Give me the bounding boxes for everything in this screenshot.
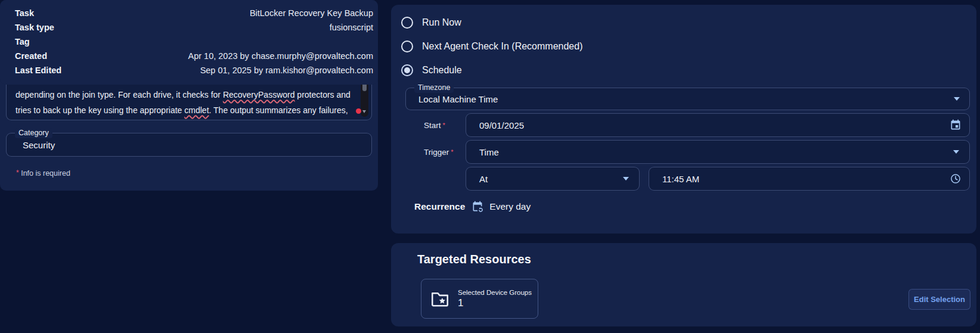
task-info-row-task: TaskBitLocker Recovery Key Backup — [15, 6, 373, 20]
timezone-value[interactable]: Local Machine Time — [418, 88, 498, 110]
task-info-value: BitLocker Recovery Key Backup — [250, 6, 373, 20]
task-info-label: Tag — [15, 35, 30, 49]
task-info-row-task-type: Task typefusionscript — [15, 20, 373, 35]
misspelled-word: RecoveryPassword — [223, 90, 295, 99]
schedule-option-next-agent-check-in-recommended[interactable]: Next Agent Check In (Recommended) — [401, 39, 582, 54]
required-info-note: * Info is required — [14, 169, 70, 178]
targeted-resources-title: Targeted Resources — [417, 253, 531, 266]
start-date-value[interactable]: 09/01/2025 — [479, 114, 524, 136]
schedule-option-run-now[interactable]: Run Now — [401, 15, 582, 30]
spellcheck-error-dot — [356, 108, 361, 114]
start-label: Start* — [424, 113, 463, 137]
schedule-options: Run NowNext Agent Check In (Recommended)… — [401, 15, 582, 87]
folder-star-icon — [429, 288, 451, 310]
task-info-row-created: CreatedApr 10, 2023 by chase.murphy@prov… — [15, 49, 373, 63]
device-groups-count: 1 — [458, 297, 532, 309]
schedule-option-label: Run Now — [422, 17, 461, 28]
task-info-label: Last Edited — [15, 63, 61, 77]
chevron-down-icon[interactable] — [953, 150, 959, 154]
task-info-value: Apr 10, 2023 by chase.murphy@provaltech.… — [188, 49, 373, 63]
scheduler-page: Name* BitLocker Recovery Key Backup Desc… — [0, 0, 980, 333]
time-input[interactable]: 11:45 AM — [649, 167, 970, 191]
radio-icon[interactable] — [401, 41, 413, 52]
recurrence-label: Recurrence — [414, 201, 465, 212]
description-line: tries to back up the key using the appro… — [15, 102, 355, 118]
scroll-down-icon[interactable] — [362, 110, 366, 113]
task-info-label: Task — [15, 6, 34, 20]
required-asterisk: * — [443, 122, 445, 129]
at-select[interactable]: At — [466, 167, 640, 191]
task-info-label: Task type — [15, 20, 54, 35]
task-info-row-tag: Tag — [15, 35, 373, 49]
edit-selection-button[interactable]: Edit Selection — [908, 289, 970, 310]
schedule-option-label: Schedule — [422, 65, 462, 76]
trigger-value[interactable]: Time — [479, 141, 499, 163]
category-field-value[interactable]: Security — [23, 133, 55, 156]
edit-selection-label: Edit Selection — [914, 295, 965, 304]
clock-icon[interactable] — [950, 173, 962, 185]
calendar-repeat-icon — [472, 201, 483, 213]
timezone-select[interactable]: Timezone Local Machine Time — [405, 88, 970, 110]
device-groups-tile: Selected Device Groups 1 — [421, 279, 538, 319]
recurrence-row: Recurrence Every day — [414, 200, 531, 214]
start-date-input[interactable]: 09/01/2025 — [466, 113, 970, 137]
time-value[interactable]: 11:45 AM — [662, 167, 699, 190]
device-groups-label: Selected Device Groups — [458, 289, 532, 296]
radio-icon[interactable] — [401, 17, 413, 29]
required-asterisk: * — [451, 148, 453, 155]
calendar-icon[interactable] — [950, 119, 962, 131]
task-info-label: Created — [15, 49, 47, 63]
chevron-down-icon[interactable] — [623, 177, 629, 180]
device-groups-text: Selected Device Groups 1 — [458, 289, 532, 309]
schedule-card: Run NowNext Agent Check In (Recommended)… — [391, 5, 976, 234]
trigger-select[interactable]: Time — [466, 140, 970, 164]
schedule-option-schedule[interactable]: Schedule — [401, 63, 582, 77]
schedule-option-label: Next Agent Check In (Recommended) — [422, 41, 582, 52]
chevron-down-icon[interactable] — [954, 97, 960, 101]
task-info-row-last-edited: Last EditedSep 01, 2025 by ram.kishor@pr… — [15, 63, 373, 77]
task-info-value: Sep 01, 2025 by ram.kishor@provaltech.co… — [200, 63, 373, 77]
task-info-card: TaskBitLocker Recovery Key BackupTask ty… — [0, 0, 378, 85]
description-line: depending on the join type. For each dri… — [15, 87, 355, 102]
category-field[interactable]: Category Security — [6, 133, 372, 157]
targeted-resources-card: Targeted Resources Selected Device Group… — [391, 243, 976, 326]
trigger-label: Trigger* — [424, 140, 463, 164]
task-info-rows: TaskBitLocker Recovery Key BackupTask ty… — [15, 6, 373, 77]
task-info-value: fusionscript — [330, 20, 373, 35]
at-value[interactable]: At — [479, 167, 488, 190]
misspelled-word: cmdlet — [184, 105, 209, 115]
radio-selected-icon[interactable] — [401, 64, 413, 76]
recurrence-value: Every day — [489, 201, 531, 212]
